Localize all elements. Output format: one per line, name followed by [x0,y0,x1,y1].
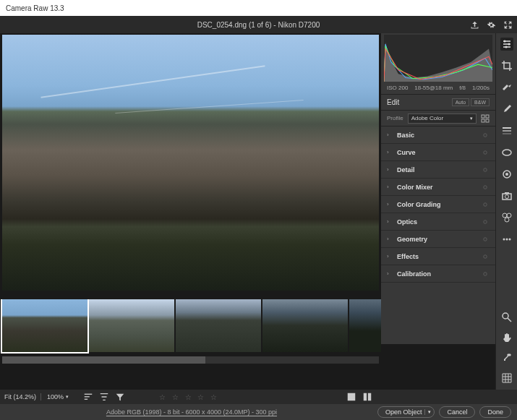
svg-rect-34 [85,396,90,397]
panel-color-mixer[interactable]: ›Color Mixer [381,179,495,196]
fit-zoom-label[interactable]: Fit (14.2%) [4,393,41,400]
filter-icon[interactable] [115,392,125,402]
svg-point-27 [505,218,509,222]
chevron-right-icon: › [387,270,393,277]
panel-calibration[interactable]: ›Calibration [381,265,495,283]
window-titlebar: Camera Raw 13.3 [0,0,517,16]
filmstrip [0,299,381,355]
exif-shutter: 1/200s [472,85,490,91]
export-icon[interactable] [470,20,479,30]
profile-value: Adobe Color [411,115,443,121]
snapshot-icon[interactable] [500,189,513,202]
open-object-button[interactable]: Open Object▾ [377,406,435,418]
svg-rect-33 [85,394,93,395]
filmstrip-thumb[interactable] [176,299,261,352]
filmstrip-thumb[interactable] [89,299,174,352]
chevron-down-icon: ▾ [470,116,473,121]
crop-tool-icon[interactable] [500,59,513,72]
panel-color-grading[interactable]: ›Color Grading [381,196,495,213]
svg-point-26 [507,213,511,218]
visibility-icon[interactable] [481,252,490,261]
view-tool-rail [495,332,517,390]
histogram[interactable] [384,35,492,82]
svg-point-8 [484,202,487,206]
profile-label: Profile [387,115,403,121]
panel-basic[interactable]: ›Basic [381,127,495,144]
svg-rect-16 [503,127,511,129]
chevron-down-icon: ▾ [66,394,69,400]
svg-rect-38 [368,393,371,401]
svg-point-15 [505,46,507,48]
panel-effects[interactable]: ›Effects [381,248,495,265]
zoom-tool-icon[interactable] [501,312,513,323]
compare-view-icon[interactable] [362,392,372,402]
workflow-options-link[interactable]: Adobe RGB (1998) - 8 bit - 6000 x 4000 (… [6,408,377,416]
svg-rect-0 [482,115,484,118]
exif-lens: 18-55@18 mm [414,85,453,91]
visibility-icon[interactable] [481,200,490,209]
profile-browser-icon[interactable] [481,114,490,123]
panel-curve[interactable]: ›Curve [381,144,495,161]
done-button[interactable]: Done [479,406,511,418]
more-icon[interactable] [500,233,513,246]
svg-point-6 [484,168,487,171]
visibility-icon[interactable] [481,270,490,278]
panel-detail[interactable]: ›Detail [381,161,495,179]
chevron-right-icon: › [387,201,393,207]
svg-point-31 [503,313,508,319]
bw-button[interactable]: B&W [471,98,490,106]
panel-geometry[interactable]: ›Geometry [381,231,495,248]
edit-tool-icon[interactable] [500,38,513,51]
graduated-filter-icon[interactable] [500,124,513,137]
auto-button[interactable]: Auto [452,98,469,106]
visibility-icon[interactable] [481,218,490,226]
visibility-icon[interactable] [481,131,490,140]
svg-point-25 [503,213,507,218]
chevron-right-icon: › [387,149,393,155]
exif-aperture: f/8 [459,85,466,91]
document-filename: DSC_0254.dng (1 of 6) - Nikon D7200 [197,21,320,29]
visibility-icon[interactable] [481,166,490,174]
cancel-button[interactable]: Cancel [439,406,475,418]
chevron-right-icon: › [387,184,393,190]
heal-tool-icon[interactable] [500,81,513,94]
visibility-icon[interactable] [481,235,490,244]
svg-rect-18 [503,133,511,134]
svg-point-11 [484,254,487,258]
svg-point-13 [503,40,505,43]
redeye-tool-icon[interactable] [500,168,513,181]
filter-sort-icon[interactable] [99,392,109,402]
presets-icon[interactable] [500,211,513,224]
chevron-down-icon: ▾ [424,409,431,415]
svg-rect-37 [364,393,367,401]
svg-rect-36 [348,393,356,401]
single-view-icon[interactable] [346,392,356,402]
rating-stars[interactable]: ☆ ☆ ☆ ☆ ☆ [159,393,219,401]
profile-dropdown[interactable]: Adobe Color ▾ [408,113,477,124]
filmstrip-thumb[interactable] [2,299,87,352]
svg-point-21 [505,173,508,176]
edit-section-label: Edit [387,98,450,106]
main-preview-image[interactable] [2,35,379,291]
fullscreen-icon[interactable] [503,20,513,30]
preview-area [0,33,381,344]
filmstrip-thumb[interactable] [349,299,381,352]
svg-point-5 [484,150,487,154]
radial-filter-icon[interactable] [500,146,513,159]
filmstrip-thumb[interactable] [262,299,348,352]
color-sampler-icon[interactable] [501,352,513,364]
visibility-icon[interactable] [481,148,490,157]
visibility-icon[interactable] [481,183,490,192]
filmstrip-scrollbar[interactable] [2,356,379,364]
hand-tool-icon[interactable] [501,332,513,343]
settings-icon[interactable] [487,20,496,30]
svg-point-14 [508,43,510,46]
panel-optics[interactable]: ›Optics [381,213,495,231]
zoom-dropdown[interactable]: 100%▾ [47,393,69,400]
adjustment-brush-icon[interactable] [500,103,513,116]
svg-point-29 [505,239,508,241]
sort-icon[interactable] [83,392,93,402]
exif-metadata: ISO 200 18-55@18 mm f/8 1/200s [381,82,495,95]
svg-point-4 [484,133,487,137]
grid-toggle-icon[interactable] [501,372,513,384]
